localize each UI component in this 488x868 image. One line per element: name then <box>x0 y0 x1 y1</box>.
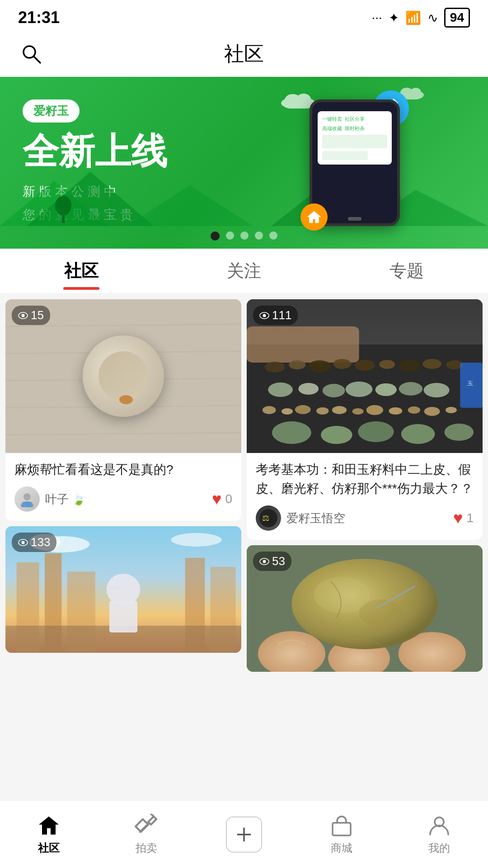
card-anime[interactable]: 133 <box>5 526 241 653</box>
card-image-1: 15 <box>5 299 241 453</box>
eye-icon-3 <box>18 539 28 546</box>
battery-icon: 94 <box>444 8 470 28</box>
card-title-1: 麻烦帮忙看看这是不是真的? <box>14 460 232 479</box>
tab-special[interactable]: 专题 <box>325 249 488 293</box>
nav-item-community[interactable]: 社区 <box>0 801 98 868</box>
banner: 爱籽玉 全新上线 新版本公测中 您的意见最宝贵 一键转卖 社区分享 <box>0 77 488 249</box>
svg-line-1 <box>34 57 40 63</box>
card-footer-2: ⚖ 爱籽玉悟空 ♥ 1 <box>256 505 474 531</box>
page-title: 社区 <box>224 41 264 67</box>
svg-point-35 <box>107 574 141 605</box>
svg-point-80 <box>263 314 266 317</box>
nav-item-auction[interactable]: 拍卖 <box>98 801 195 868</box>
svg-marker-4 <box>127 185 253 226</box>
view-count-1: 15 <box>12 306 50 325</box>
like-area-1[interactable]: ♥ 0 <box>212 490 232 509</box>
card-image-3: 133 <box>5 526 241 653</box>
svg-text:⚖: ⚖ <box>262 514 269 523</box>
svg-point-54 <box>268 382 293 397</box>
dot-5[interactable] <box>269 231 277 240</box>
svg-point-16 <box>410 88 421 97</box>
status-icons: ··· ✦ 📶 ∿ 94 <box>372 8 470 28</box>
bluetooth-icon: ✦ <box>389 10 399 25</box>
card-body-2: 考考基本功：和田玉籽料中二上皮、假皮、磨光籽、仿籽那个***伤力最大？？ ⚖ 爱… <box>247 453 483 540</box>
svg-point-48 <box>333 359 351 369</box>
dot-2[interactable] <box>226 231 234 240</box>
svg-point-25 <box>23 493 31 500</box>
card-body-1: 麻烦帮忙看看这是不是真的? <box>5 453 241 521</box>
nav-label-shop: 商城 <box>331 841 352 855</box>
signal-icon: 📶 <box>405 10 421 25</box>
svg-point-51 <box>399 360 420 372</box>
dot-1[interactable] <box>211 231 220 241</box>
view-count-3: 133 <box>12 533 56 552</box>
eye-icon-4 <box>259 558 269 565</box>
banner-dots[interactable] <box>211 231 277 241</box>
dot-4[interactable] <box>255 231 263 240</box>
nav-label-auction: 拍卖 <box>136 841 157 855</box>
svg-point-63 <box>295 405 311 414</box>
view-count-4: 53 <box>253 552 291 571</box>
svg-point-46 <box>289 360 305 369</box>
banner-title: 全新上线 <box>23 132 244 171</box>
bottom-spacer <box>0 677 488 750</box>
nav-item-add[interactable] <box>195 801 293 868</box>
jade-spot <box>119 395 133 404</box>
svg-point-60 <box>424 383 450 397</box>
svg-point-68 <box>389 407 402 415</box>
card-title-2: 考考基本功：和田玉籽料中二上皮、假皮、磨光籽、仿籽那个***伤力最大？？ <box>256 460 474 498</box>
person-nav-icon <box>427 814 451 837</box>
author-name-1: 叶子 🍃 <box>45 491 85 507</box>
svg-point-65 <box>332 406 347 414</box>
svg-point-39 <box>171 533 222 547</box>
like-count-2: 1 <box>466 511 474 525</box>
svg-point-45 <box>265 362 285 373</box>
author-name-2: 爱籽玉悟空 <box>286 510 345 526</box>
left-column: 15 麻烦帮忙看看这是不是真的? <box>5 299 241 672</box>
svg-point-72 <box>272 421 311 444</box>
eye-icon-2 <box>259 312 269 319</box>
svg-point-73 <box>321 426 352 444</box>
nav-item-shop[interactable]: 商城 <box>293 801 390 868</box>
jade-ring-inner <box>99 351 148 401</box>
card-author-1: 叶子 🍃 <box>14 486 85 512</box>
svg-point-76 <box>444 424 474 441</box>
header: 社区 <box>0 32 488 77</box>
status-bar: 21:31 ··· ✦ 📶 ∿ 94 <box>0 0 488 32</box>
svg-point-52 <box>422 359 441 369</box>
svg-rect-95 <box>333 823 351 835</box>
svg-point-66 <box>352 408 364 415</box>
dot-3[interactable] <box>240 231 249 240</box>
card-jade-bracelet[interactable]: 15 麻烦帮忙看看这是不是真的? <box>5 299 241 521</box>
banner-right: 一键转卖 社区分享 高端收藏 限时秒杀 <box>244 99 465 226</box>
tab-following[interactable]: 关注 <box>163 249 325 293</box>
search-icon <box>20 43 43 66</box>
like-area-2[interactable]: ♥ 1 <box>453 509 474 528</box>
svg-point-89 <box>359 599 404 627</box>
svg-point-64 <box>316 407 328 415</box>
nav-label-profile: 我的 <box>428 841 450 855</box>
nav-label-community: 社区 <box>38 841 60 855</box>
card-yellow-jade[interactable]: 53 <box>247 545 483 672</box>
bottom-nav: 社区 拍卖 商城 我的 <box>0 800 488 868</box>
avatar-2: ⚖ <box>256 505 281 531</box>
nav-item-profile[interactable]: 我的 <box>390 801 488 868</box>
svg-point-74 <box>358 421 394 442</box>
svg-point-57 <box>346 382 373 397</box>
tabs-bar: 社区 关注 专题 <box>0 249 488 294</box>
gavel-nav-icon <box>135 814 158 837</box>
svg-point-67 <box>366 405 383 415</box>
tab-community[interactable]: 社区 <box>0 249 163 293</box>
svg-point-41 <box>22 541 25 544</box>
svg-point-49 <box>355 360 375 371</box>
eye-icon-1 <box>18 312 28 319</box>
svg-point-61 <box>263 406 276 414</box>
svg-point-71 <box>446 407 457 413</box>
plus-icon <box>234 825 254 844</box>
card-stones[interactable]: 玉 111 考考基本功：和田玉籽料中二上皮、假皮、磨光籽、仿籽那个***伤力最大… <box>247 299 483 540</box>
search-button[interactable] <box>18 41 45 68</box>
svg-point-7 <box>55 196 71 216</box>
like-count-1: 0 <box>225 492 232 506</box>
banner-tag: 爱籽玉 <box>23 99 80 123</box>
add-button[interactable] <box>226 816 262 853</box>
